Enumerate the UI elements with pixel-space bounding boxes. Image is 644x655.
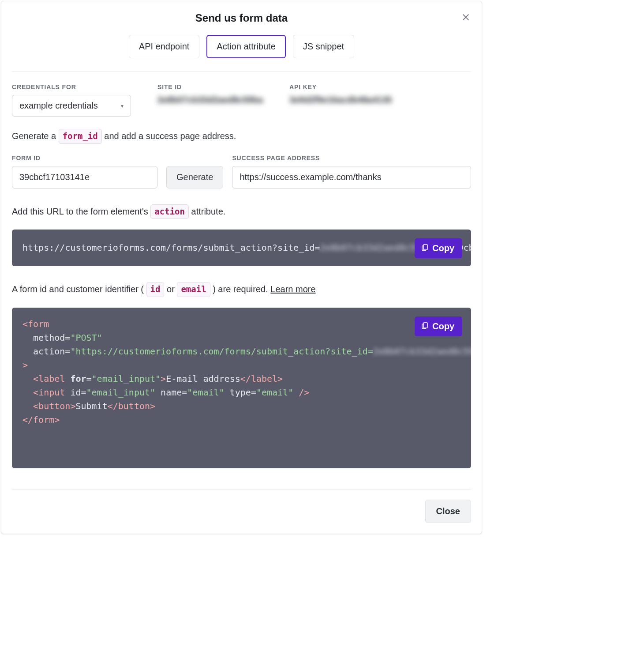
- copy-label: Copy: [432, 243, 454, 253]
- code-text: https://customerioforms.com/forms/submit…: [22, 242, 320, 253]
- form-id-label: Form ID: [12, 154, 157, 162]
- close-icon[interactable]: [461, 12, 471, 23]
- obscured-site-id-2: 2e8b07cb33d2aed8c59ba: [373, 346, 471, 357]
- copy-form-snippet-button[interactable]: Copy: [415, 316, 462, 336]
- generate-button[interactable]: Generate: [166, 166, 223, 188]
- success-page-label: Success Page Address: [232, 154, 471, 162]
- generate-sentence: Generate a form_id and add a success pag…: [12, 129, 471, 144]
- site-id-block: Site ID 2e8b07cb33d2aed8c59ba: [157, 83, 263, 105]
- clipboard-icon: [421, 321, 429, 332]
- site-id-label: Site ID: [157, 83, 263, 90]
- code-text: email_input: [97, 373, 155, 384]
- credentials-label: Credentials for: [12, 83, 131, 90]
- code-email: email: [177, 282, 210, 297]
- learn-more-link[interactable]: Learn more: [270, 284, 315, 294]
- text: Add this URL to the form element's: [12, 207, 150, 216]
- tab-api-endpoint[interactable]: API endpoint: [129, 35, 200, 58]
- code-text: https://customerioforms.com/forms/submit…: [75, 346, 373, 357]
- form-id-input[interactable]: [12, 166, 157, 188]
- text: attribute.: [189, 207, 225, 216]
- api-key-label: API Key: [289, 83, 392, 90]
- svg-rect-1: [423, 323, 427, 328]
- form-id-field: Form ID: [12, 154, 157, 188]
- copy-action-url-button[interactable]: Copy: [415, 238, 462, 258]
- action-sentence: Add this URL to the form element's actio…: [12, 204, 471, 219]
- modal-content: Credentials for example credentials ▼ Si…: [1, 72, 482, 468]
- credentials-block: Credentials for example credentials ▼: [12, 83, 131, 117]
- text: A form id and customer identifier (: [12, 284, 146, 294]
- identifier-sentence: A form id and customer identifier ( id o…: [12, 282, 471, 297]
- code-action: action: [150, 204, 189, 219]
- credentials-select[interactable]: example credentials ▼: [12, 95, 131, 117]
- close-button[interactable]: Close: [425, 500, 471, 523]
- tab-js-snippet[interactable]: JS snippet: [293, 35, 354, 58]
- form-id-row: Form ID Generate Success Page Address: [12, 154, 471, 188]
- code-text: email: [262, 387, 288, 398]
- form-snippet-code-block: <form method="POST" action="https://cust…: [12, 308, 471, 468]
- code-text: email: [192, 387, 219, 398]
- tab-action-attribute[interactable]: Action attribute: [206, 35, 285, 58]
- text: and add a success page address.: [102, 131, 236, 141]
- credentials-selected: example credentials: [19, 101, 98, 110]
- api-key-value: 3e9d2f9e16acdb48a4135: [289, 95, 392, 105]
- tabs-row: API endpoint Action attribute JS snippet: [1, 24, 482, 72]
- code-form-id: form_id: [59, 129, 102, 144]
- code-text: Submit: [75, 401, 107, 411]
- success-page-field: Success Page Address: [232, 154, 471, 188]
- modal-title: Send us form data: [195, 12, 288, 24]
- code-text: email_input: [92, 387, 150, 398]
- modal: Send us form data API endpoint Action at…: [1, 1, 482, 534]
- text: or: [164, 284, 177, 294]
- svg-rect-0: [423, 245, 427, 250]
- site-id-value: 2e8b07cb33d2aed8c59ba: [157, 95, 263, 105]
- text: ) are required.: [210, 284, 271, 294]
- modal-footer: Close: [12, 489, 471, 534]
- modal-header: Send us form data: [1, 1, 482, 24]
- code-id: id: [146, 282, 165, 297]
- action-url-code-block: https://customerioforms.com/forms/submit…: [12, 230, 471, 266]
- chevron-down-icon: ▼: [120, 103, 124, 108]
- clipboard-icon: [421, 243, 429, 254]
- api-key-block: API Key 3e9d2f9e16acdb48a4135: [289, 83, 392, 105]
- success-page-input[interactable]: [232, 166, 471, 188]
- code-text: E-mail address: [166, 373, 240, 384]
- copy-label: Copy: [432, 321, 454, 331]
- text: Generate a: [12, 131, 59, 141]
- credentials-row: Credentials for example credentials ▼ Si…: [12, 83, 471, 117]
